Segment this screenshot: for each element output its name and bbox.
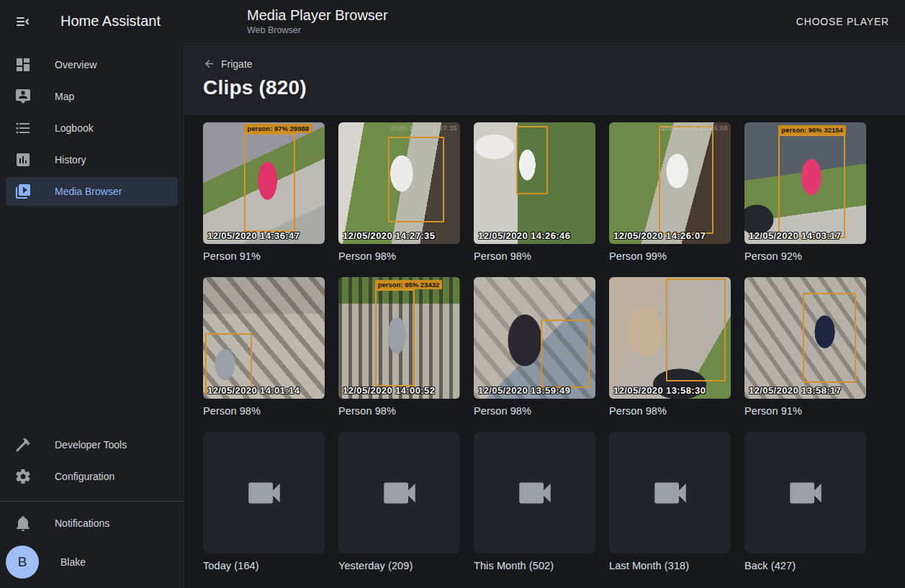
clip-item: person: 96% 3215412/05/2020 14:03:17Pers… xyxy=(744,122,866,262)
clip-label: Person 98% xyxy=(609,405,731,417)
sidebar-item-label: Media Browser xyxy=(55,186,122,197)
sidebar-footer-nav: Developer ToolsConfiguration xyxy=(0,428,184,494)
clip-item: 12/05/2020 14:01:14Person 98% xyxy=(203,277,325,417)
camera-osd-timestamp: 2020-12-05 15:26:08 xyxy=(661,125,728,132)
sidebar-item-developer-tools[interactable]: Developer Tools xyxy=(6,430,178,459)
sidebar-item-label: Logbook xyxy=(55,122,94,134)
sidebar-item-label: Notifications xyxy=(55,517,109,529)
gear-icon xyxy=(14,468,32,485)
media-header: Frigate Clips (820) xyxy=(184,43,905,115)
page-title: Clips (820) xyxy=(203,76,886,99)
panel-title: Media Player Browser xyxy=(247,6,388,24)
clip-thumbnail[interactable]: 12/05/2020 13:58:30 xyxy=(609,277,731,399)
clip-timestamp: 12/05/2020 14:26:07 xyxy=(613,230,706,241)
map-account-icon xyxy=(14,88,32,105)
clip-thumbnail[interactable]: 12/05/2020 13:59:49 xyxy=(474,277,595,399)
media-browser-panel: Frigate Clips (820) person: 97% 2998812/… xyxy=(184,43,905,588)
media-browser-icon xyxy=(14,183,32,200)
sidebar-item-history[interactable]: History xyxy=(6,145,178,174)
detection-box xyxy=(541,320,590,388)
user-profile-item[interactable]: B Blake xyxy=(0,542,178,582)
dashboard-icon xyxy=(14,56,32,73)
detection-box xyxy=(666,279,726,382)
breadcrumb[interactable]: Frigate xyxy=(203,58,253,70)
history-chart-icon xyxy=(14,151,32,168)
sidebar-item-configuration[interactable]: Configuration xyxy=(6,462,178,491)
folder-thumbnail[interactable] xyxy=(203,432,325,553)
clip-timestamp: 12/05/2020 14:03:17 xyxy=(749,230,841,241)
sidebar-item-label: Overview xyxy=(55,59,96,71)
detection-box xyxy=(659,126,713,234)
home-assistant-app: Home Assistant Media Player Browser Web … xyxy=(0,0,905,588)
back-arrow-icon xyxy=(203,58,215,70)
clip-thumbnail[interactable]: 12/05/2020 14:26:46 xyxy=(474,122,595,244)
sidebar-item-notifications[interactable]: Notifications xyxy=(6,509,178,538)
clip-item: 12/05/2020 14:26:46Person 98% xyxy=(474,122,595,262)
clip-timestamp: 12/05/2020 13:58:30 xyxy=(613,385,706,396)
clip-thumbnail[interactable]: person: 96% 3215412/05/2020 14:03:17 xyxy=(744,122,866,244)
clip-label: Person 98% xyxy=(338,250,460,262)
clip-label: Person 91% xyxy=(203,250,325,262)
sidebar-item-logbook[interactable]: Logbook xyxy=(6,114,178,143)
folder-label: Last Month (318) xyxy=(609,560,731,571)
sidebar-spacer xyxy=(0,209,184,428)
video-camera-icon xyxy=(514,472,556,514)
clip-item: 2020-12-05 15:26:0812/05/2020 14:26:07Pe… xyxy=(609,122,731,262)
clip-thumbnail[interactable]: person: 95% 2343212/05/2020 14:00:52 xyxy=(338,277,460,399)
folder-label: Yesterday (209) xyxy=(338,560,460,571)
clip-item: person: 97% 2998812/05/2020 14:36:47Pers… xyxy=(203,122,325,262)
grid-area: person: 97% 2998812/05/2020 14:36:47Pers… xyxy=(184,115,905,571)
clip-label: Person 98% xyxy=(203,405,325,417)
folder-item: Today (164) xyxy=(203,432,325,571)
logbook-list-icon xyxy=(14,119,32,137)
clip-thumbnail[interactable]: 2020-12-05 15:27:3512/05/2020 14:27:35 xyxy=(338,122,460,244)
clip-timestamp: 12/05/2020 14:36:47 xyxy=(207,230,300,241)
detection-box xyxy=(388,137,444,222)
sidebar-item-overview[interactable]: Overview xyxy=(6,50,178,79)
folder-item: Back (427) xyxy=(744,432,866,571)
bell-icon xyxy=(14,515,32,532)
clip-timestamp: 12/05/2020 13:58:17 xyxy=(749,385,841,396)
clip-timestamp: 12/05/2020 13:59:49 xyxy=(478,385,570,396)
folder-item: This Month (502) xyxy=(474,432,595,571)
sidebar-item-label: Configuration xyxy=(55,471,114,482)
map-account-icon xyxy=(14,88,32,105)
hammer-icon xyxy=(14,436,32,453)
video-camera-icon xyxy=(243,472,285,514)
clip-timestamp: 12/05/2020 14:27:35 xyxy=(343,230,435,241)
clip-timestamp: 12/05/2020 14:00:52 xyxy=(343,385,435,396)
detection-tag: person: 95% 23432 xyxy=(375,280,443,289)
clip-thumbnail[interactable]: 2020-12-05 15:26:0812/05/2020 14:26:07 xyxy=(609,122,731,244)
clip-thumbnail[interactable]: 12/05/2020 14:01:14 xyxy=(203,277,325,399)
sidebar-item-media-browser[interactable]: Media Browser xyxy=(6,177,178,206)
clip-thumbnail[interactable]: 12/05/2020 13:58:17 xyxy=(744,277,866,399)
media-browser-icon xyxy=(14,183,32,200)
avatar[interactable]: B xyxy=(6,546,39,579)
detection-tag: person: 97% 29988 xyxy=(244,124,312,133)
detection-box xyxy=(516,126,548,194)
clip-item: 12/05/2020 13:58:30Person 98% xyxy=(609,277,731,417)
bell-icon xyxy=(14,515,32,532)
folder-thumbnail[interactable] xyxy=(474,432,595,553)
clip-label: Person 92% xyxy=(744,250,866,262)
folder-thumbnail[interactable] xyxy=(338,432,460,553)
logbook-list-icon xyxy=(14,119,32,137)
panel-title-block: Media Player Browser Web Browser xyxy=(247,6,388,36)
sidebar-item-map[interactable]: Map xyxy=(6,82,178,111)
clip-timestamp: 12/05/2020 14:26:46 xyxy=(478,230,570,241)
folder-thumbnail[interactable] xyxy=(609,432,731,553)
clip-thumbnail[interactable]: person: 97% 2998812/05/2020 14:36:47 xyxy=(203,122,325,244)
clip-item: 12/05/2020 13:59:49Person 98% xyxy=(474,277,595,417)
sidebar-item-label: Developer Tools xyxy=(55,439,127,451)
media-grid: person: 97% 2998812/05/2020 14:36:47Pers… xyxy=(203,122,905,571)
detection-box xyxy=(375,289,415,386)
history-chart-icon xyxy=(14,151,32,168)
choose-player-button[interactable]: CHOOSE PLAYER xyxy=(789,10,896,33)
detection-tag: person: 96% 32154 xyxy=(778,125,846,135)
clip-label: Person 98% xyxy=(474,405,595,417)
clip-item: person: 95% 2343212/05/2020 14:00:52Pers… xyxy=(338,277,460,417)
sidebar-item-label: Map xyxy=(55,91,74,102)
clip-item: 12/05/2020 13:58:17Person 91% xyxy=(744,277,866,417)
sidebar-toggle-icon[interactable] xyxy=(7,6,39,37)
folder-thumbnail[interactable] xyxy=(744,432,866,553)
